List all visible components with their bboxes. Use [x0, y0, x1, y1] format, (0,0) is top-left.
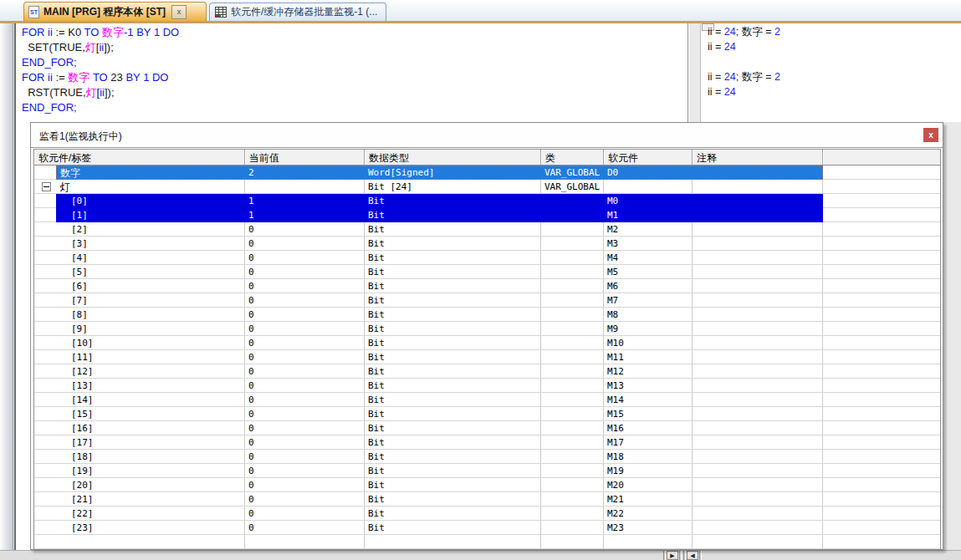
tab-main-prg-st[interactable]: ST MAIN [PRG] 程序本体 [ST] x — [23, 2, 207, 21]
cell-device — [604, 535, 693, 548]
cell-label: [5] — [34, 265, 245, 278]
watch-row[interactable]: [2]0BitM2 — [34, 222, 940, 237]
watch-row[interactable] — [34, 535, 940, 549]
watch-row[interactable]: [19]0BitM19 — [34, 464, 940, 478]
cell-data-type: Bit — [365, 251, 541, 264]
watch-row[interactable]: [9]0BitM9 — [34, 322, 940, 336]
cell-data-type: Bit — [365, 492, 541, 506]
cell-current-value: 1 — [245, 208, 365, 221]
cell-filler — [823, 393, 940, 406]
cell-data-type: Bit — [365, 464, 541, 477]
tab-device-buffer-monitor[interactable]: 软元件/缓冲存储器批量监视-1 (... — [209, 3, 386, 21]
monitor-value-line: ii = 24; 数字 = 2 — [708, 26, 780, 38]
left-arrow-icon[interactable]: ◀ — [687, 551, 698, 560]
code-line: FOR ii := 数字 TO 23 BY 1 DO — [22, 71, 168, 84]
cell-label: [4] — [34, 251, 245, 264]
close-icon[interactable]: x — [923, 128, 938, 142]
cell-filler — [823, 165, 940, 179]
cell-device: M17 — [604, 435, 693, 449]
watch-row[interactable]: [13]0BitM13 — [34, 379, 940, 393]
cell-filler — [823, 507, 940, 520]
cell-class — [541, 435, 604, 449]
cell-class — [541, 464, 604, 477]
cell-device — [604, 180, 693, 193]
column-header[interactable]: 软元件 — [604, 150, 693, 165]
watch-row[interactable]: [8]0BitM8 — [34, 308, 940, 322]
cell-filler — [823, 364, 940, 378]
cell-device: D0 — [604, 165, 693, 179]
watch-row[interactable]: [5]0BitM5 — [34, 265, 940, 279]
cell-filler — [823, 194, 940, 207]
cell-data-type: Bit — [365, 265, 541, 278]
cell-data-type: Bit — [365, 435, 541, 449]
cell-current-value: 0 — [245, 308, 365, 321]
cell-current-value: 2 — [245, 165, 365, 179]
editor-monitor-splitter[interactable] — [688, 23, 701, 122]
code-line: RST(TRUE,灯[ii]); — [22, 86, 115, 99]
watch-row[interactable]: [23]0BitM23 — [34, 521, 940, 535]
cell-device: M14 — [604, 393, 693, 406]
watch-row[interactable]: [11]0BitM11 — [34, 350, 940, 364]
column-header[interactable]: 当前值 — [245, 150, 365, 165]
watch-row[interactable]: [1]1BitM1 — [34, 208, 940, 222]
column-header[interactable]: 软元件/标签 — [34, 150, 245, 165]
cell-filler — [823, 251, 940, 264]
watch-row[interactable]: 数字2Word[Signed]VAR_GLOBALD0 — [34, 165, 940, 180]
watch-row[interactable]: [6]0BitM6 — [34, 279, 940, 293]
watch-row[interactable]: [21]0BitM21 — [34, 492, 940, 507]
watch-row[interactable]: [10]0BitM10 — [34, 336, 940, 350]
cell-current-value: 0 — [245, 279, 365, 293]
tab-main-label: MAIN [PRG] 程序本体 [ST] — [43, 5, 166, 19]
watch-row[interactable]: [7]0BitM7 — [34, 293, 940, 308]
cell-filler — [823, 237, 940, 250]
cell-comment — [693, 492, 823, 506]
cell-class — [541, 208, 604, 221]
watch-row[interactable]: [15]0BitM15 — [34, 407, 940, 421]
cell-label: [6] — [34, 279, 245, 293]
code-line: END_FOR; — [22, 56, 77, 69]
watch-row[interactable]: [12]0BitM12 — [34, 364, 940, 379]
tab-monitor-label: 软元件/缓冲存储器批量监视-1 (... — [231, 5, 377, 19]
cell-current-value: 0 — [245, 379, 365, 392]
cell-filler — [823, 435, 940, 449]
cell-class — [541, 521, 604, 534]
watch-row[interactable]: 灯Bit [24]VAR_GLOBAL — [34, 180, 940, 194]
cell-device: M0 — [604, 194, 693, 207]
column-header[interactable]: 数据类型 — [365, 150, 541, 165]
tab-close-icon[interactable]: x — [171, 5, 187, 19]
watch-row[interactable]: [17]0BitM17 — [34, 435, 940, 450]
cell-device: M5 — [604, 265, 693, 278]
watch-row[interactable]: [4]0BitM4 — [34, 251, 940, 265]
watch-row[interactable]: [20]0BitM20 — [34, 478, 940, 492]
cell-comment — [693, 535, 823, 548]
watch-row[interactable]: [0]1BitM0 — [34, 194, 940, 208]
cell-class — [541, 478, 604, 491]
watch-row[interactable]: [3]0BitM3 — [34, 237, 940, 251]
cell-class: VAR_GLOBAL — [541, 165, 604, 179]
code-line: SET(TRUE,灯[ii]); — [22, 41, 114, 53]
right-arrow-icon[interactable]: ▶ — [667, 551, 678, 560]
cell-comment — [693, 379, 823, 392]
column-header[interactable]: 类 — [541, 150, 604, 165]
cell-current-value: 0 — [245, 478, 365, 491]
cell-data-type: Bit — [365, 407, 541, 420]
watch-row[interactable]: [18]0BitM18 — [34, 450, 940, 464]
collapse-minus-icon[interactable] — [42, 182, 51, 191]
cell-current-value: 0 — [245, 492, 365, 506]
cell-data-type: Bit — [365, 308, 541, 321]
watch-row[interactable]: [16]0BitM16 — [34, 421, 940, 435]
cell-filler — [823, 379, 940, 392]
column-header[interactable]: 注释 — [693, 150, 823, 165]
cell-class — [541, 507, 604, 520]
cell-class — [541, 265, 604, 278]
cell-current-value: 0 — [245, 237, 365, 250]
watch-window-titlebar[interactable]: 监看1(监视执行中) x — [31, 123, 943, 147]
watch-row[interactable]: [22]0BitM22 — [34, 507, 940, 521]
cell-class — [541, 421, 604, 435]
cell-class — [541, 237, 604, 250]
cell-comment — [693, 308, 823, 321]
cell-comment — [693, 180, 823, 193]
cell-comment — [693, 507, 823, 520]
watch-row[interactable]: [14]0BitM14 — [34, 393, 940, 407]
cell-filler — [823, 478, 940, 491]
